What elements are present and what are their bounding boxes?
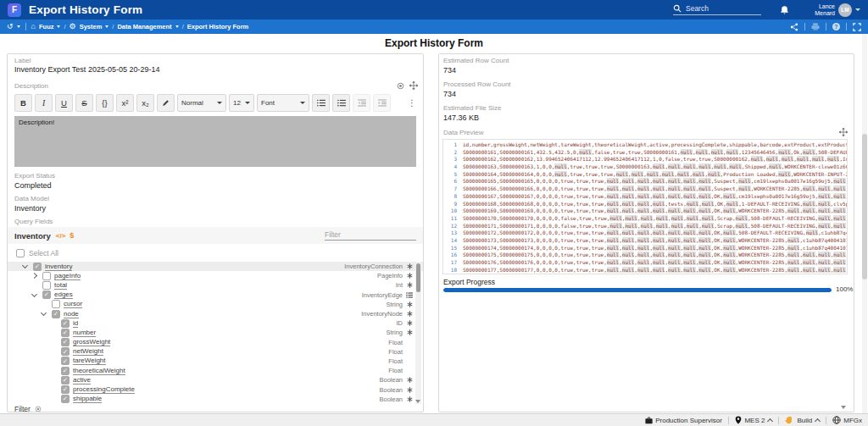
- bold-button[interactable]: B: [14, 94, 32, 112]
- tree-row-total[interactable]: totalInt: [8, 280, 423, 290]
- tree-label[interactable]: tareWeight: [73, 357, 106, 365]
- share-icon[interactable]: [790, 23, 798, 31]
- tree-label[interactable]: cursor: [64, 300, 82, 308]
- tree-checkbox-active[interactable]: ✓: [61, 376, 70, 385]
- code-braces-button[interactable]: {}: [96, 94, 114, 112]
- tree-row-edges[interactable]: ✓edgesInventoryEdge: [8, 290, 423, 300]
- tree-label[interactable]: number: [73, 329, 96, 337]
- tree-checkbox-total[interactable]: [42, 281, 51, 290]
- paragraph-style-select[interactable]: Normal: [177, 94, 226, 112]
- tree-row-inventory[interactable]: ✓inventoryInventoryConnection: [8, 262, 423, 271]
- fullscreen-icon[interactable]: [853, 23, 861, 31]
- avatar[interactable]: LM: [838, 3, 852, 17]
- tree-checkbox-grossWeight[interactable]: ✓: [61, 338, 70, 346]
- breadcrumb-item-data-management[interactable]: Data Management: [117, 23, 171, 30]
- build-status-item[interactable]: Build: [785, 416, 820, 424]
- chevron-down-icon[interactable]: [175, 25, 179, 28]
- toolbar-overflow-icon[interactable]: ⋮: [408, 98, 416, 108]
- tree-expander-icon[interactable]: [32, 294, 42, 296]
- tree-checkbox-edges[interactable]: ✓: [42, 290, 51, 299]
- environment-status-item[interactable]: MES 2: [735, 416, 772, 424]
- tree-checkbox-netWeight[interactable]: ✓: [61, 347, 70, 356]
- tree-expander-icon[interactable]: [32, 274, 42, 278]
- panel-scroll-down-icon[interactable]: [841, 406, 846, 409]
- tree-scrollbar[interactable]: [415, 262, 421, 404]
- tree-checkbox-processingComplete[interactable]: ✓: [61, 385, 70, 394]
- font-size-select[interactable]: 12: [229, 94, 254, 112]
- tree-checkbox-id[interactable]: ✓: [61, 319, 70, 328]
- color-picker-pen-button[interactable]: [157, 94, 175, 112]
- tree-label[interactable]: shippable: [73, 395, 102, 403]
- subscript-button[interactable]: x₂: [136, 94, 154, 112]
- tree-row-tareWeight[interactable]: ✓tareWeightFloat: [8, 357, 423, 366]
- tree-row-theoreticalWeight[interactable]: ✓theoreticalWeightFloat: [8, 366, 423, 375]
- tree-label[interactable]: processingComplete: [73, 385, 135, 394]
- description-editor[interactable]: Description!: [14, 116, 416, 167]
- indent-button[interactable]: [373, 94, 391, 112]
- page-scrollbar-thumb[interactable]: [862, 134, 867, 279]
- bullet-list-button[interactable]: [332, 94, 350, 112]
- history-chevron-down-icon[interactable]: [17, 25, 20, 28]
- tree-checkbox-pageInfo[interactable]: [42, 272, 51, 280]
- data-preview-code[interactable]: 1id,number,grossWeight,netWeight,tareWei…: [442, 139, 848, 274]
- select-all-row[interactable]: Select All: [16, 249, 58, 257]
- tree-label[interactable]: edges: [54, 290, 73, 299]
- home-icon[interactable]: ⌂: [31, 23, 36, 30]
- variables-icon[interactable]: $: [70, 231, 74, 240]
- outdent-button[interactable]: [353, 94, 370, 112]
- tree-checkbox-tareWeight[interactable]: ✓: [61, 357, 70, 365]
- tree-label[interactable]: total: [54, 281, 67, 290]
- select-all-checkbox[interactable]: [16, 249, 25, 257]
- data-preview-move-icon[interactable]: [839, 128, 848, 136]
- brand-status-item[interactable]: MFGx: [832, 416, 862, 424]
- tree-expander-icon[interactable]: [23, 265, 33, 268]
- tree-checkbox-number[interactable]: ✓: [61, 329, 70, 337]
- italic-button[interactable]: I: [35, 94, 53, 112]
- tree-row-processingComplete[interactable]: ✓processingCompleteBoolean: [8, 385, 423, 394]
- superscript-button[interactable]: x²: [116, 94, 134, 112]
- tree-row-cursor[interactable]: cursorString: [8, 300, 423, 309]
- tree-label[interactable]: pageInfo: [54, 272, 81, 280]
- search-input[interactable]: Search: [673, 4, 761, 15]
- tree-scrollbar-thumb[interactable]: [416, 263, 420, 292]
- tree-row-pageInfo[interactable]: pageInfoPageInfo: [8, 271, 423, 280]
- tree-expander-icon[interactable]: [42, 313, 52, 315]
- user-menu-chevron-down-icon[interactable]: [855, 8, 860, 11]
- strikethrough-button[interactable]: S: [75, 94, 93, 112]
- page-scrollbar[interactable]: [862, 34, 867, 413]
- description-move-icon[interactable]: [409, 81, 418, 90]
- font-family-select[interactable]: Font: [257, 94, 309, 112]
- tree-row-number[interactable]: ✓numberString: [8, 328, 423, 337]
- ordered-list-button[interactable]: [312, 94, 330, 112]
- fuuz-logo-icon[interactable]: F: [8, 3, 21, 17]
- query-filter-input[interactable]: Filter: [325, 230, 416, 241]
- tree-label[interactable]: active: [73, 376, 91, 385]
- tree-row-netWeight[interactable]: ✓netWeightFloat: [8, 347, 423, 357]
- tree-row-node[interactable]: ✓nodeInventoryNode: [8, 309, 423, 318]
- tree-row-id[interactable]: ✓idID: [8, 318, 423, 328]
- tree-label[interactable]: id: [73, 319, 78, 328]
- notifications-bell-icon[interactable]: [780, 5, 789, 15]
- tree-row-active[interactable]: ✓activeBoolean: [8, 375, 423, 385]
- tree-checkbox-node[interactable]: ✓: [52, 310, 60, 318]
- tree-label[interactable]: grossWeight: [73, 338, 110, 346]
- breadcrumb-item-system[interactable]: System: [80, 23, 103, 30]
- underline-button[interactable]: U: [55, 94, 73, 112]
- tree-checkbox-shippable[interactable]: ✓: [61, 395, 70, 403]
- filter-visibility-icon[interactable]: [35, 406, 42, 412]
- tree-checkbox-theoreticalWeight[interactable]: ✓: [61, 367, 70, 375]
- tree-checkbox-inventory[interactable]: ✓: [33, 263, 42, 271]
- description-visibility-icon[interactable]: [397, 82, 404, 90]
- chevron-down-icon[interactable]: [105, 25, 108, 28]
- tree-label[interactable]: theoreticalWeight: [73, 367, 125, 375]
- help-icon[interactable]: ?: [832, 23, 840, 30]
- code-icon[interactable]: </>: [56, 232, 66, 240]
- chevron-down-icon[interactable]: [57, 25, 60, 28]
- tree-label[interactable]: inventory: [45, 263, 72, 271]
- history-icon[interactable]: ↺: [7, 23, 14, 30]
- tree-label[interactable]: netWeight: [73, 347, 103, 356]
- tree-label[interactable]: node: [64, 310, 79, 318]
- tree-scroll-down-icon[interactable]: [415, 400, 420, 403]
- tree-checkbox-cursor[interactable]: [52, 300, 60, 308]
- role-status-item[interactable]: Production Supervisor: [645, 417, 722, 424]
